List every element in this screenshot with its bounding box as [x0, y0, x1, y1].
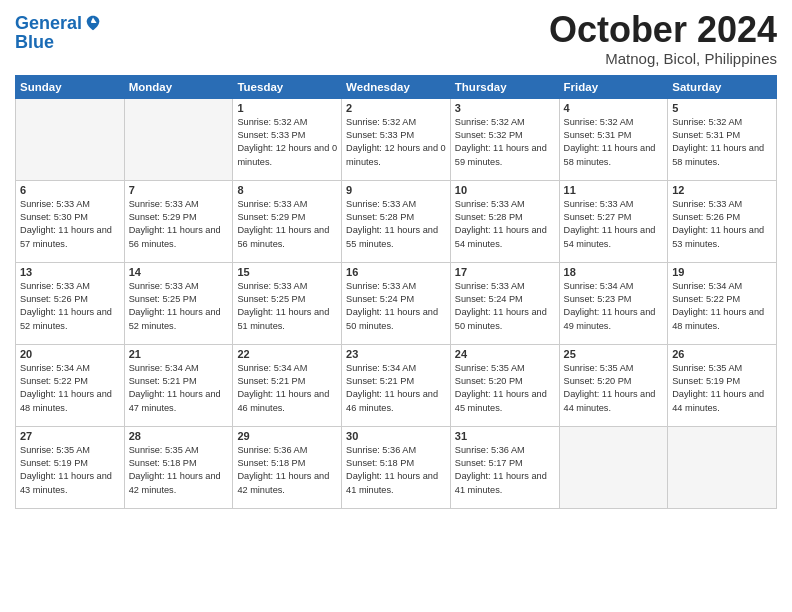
calendar-cell	[559, 426, 668, 508]
cell-info: Sunrise: 5:35 AM Sunset: 5:18 PM Dayligh…	[129, 444, 229, 497]
day-number: 5	[672, 102, 772, 114]
day-number: 4	[564, 102, 664, 114]
calendar-cell: 18Sunrise: 5:34 AM Sunset: 5:23 PM Dayli…	[559, 262, 668, 344]
calendar-week-row: 27Sunrise: 5:35 AM Sunset: 5:19 PM Dayli…	[16, 426, 777, 508]
location: Matnog, Bicol, Philippines	[549, 50, 777, 67]
day-number: 30	[346, 430, 446, 442]
day-number: 15	[237, 266, 337, 278]
weekday-header: Tuesday	[233, 75, 342, 98]
day-number: 8	[237, 184, 337, 196]
calendar-cell: 29Sunrise: 5:36 AM Sunset: 5:18 PM Dayli…	[233, 426, 342, 508]
month-title: October 2024	[549, 10, 777, 50]
calendar-cell: 24Sunrise: 5:35 AM Sunset: 5:20 PM Dayli…	[450, 344, 559, 426]
day-number: 19	[672, 266, 772, 278]
day-number: 20	[20, 348, 120, 360]
logo-text: General	[15, 14, 82, 34]
calendar-cell: 21Sunrise: 5:34 AM Sunset: 5:21 PM Dayli…	[124, 344, 233, 426]
calendar-cell	[124, 98, 233, 180]
day-number: 9	[346, 184, 446, 196]
calendar-cell: 7Sunrise: 5:33 AM Sunset: 5:29 PM Daylig…	[124, 180, 233, 262]
calendar-cell: 20Sunrise: 5:34 AM Sunset: 5:22 PM Dayli…	[16, 344, 125, 426]
calendar-cell: 10Sunrise: 5:33 AM Sunset: 5:28 PM Dayli…	[450, 180, 559, 262]
calendar-week-row: 6Sunrise: 5:33 AM Sunset: 5:30 PM Daylig…	[16, 180, 777, 262]
day-number: 31	[455, 430, 555, 442]
day-number: 28	[129, 430, 229, 442]
cell-info: Sunrise: 5:35 AM Sunset: 5:19 PM Dayligh…	[672, 362, 772, 415]
calendar-cell: 17Sunrise: 5:33 AM Sunset: 5:24 PM Dayli…	[450, 262, 559, 344]
cell-info: Sunrise: 5:32 AM Sunset: 5:33 PM Dayligh…	[346, 116, 446, 169]
calendar-cell: 16Sunrise: 5:33 AM Sunset: 5:24 PM Dayli…	[342, 262, 451, 344]
calendar-week-row: 13Sunrise: 5:33 AM Sunset: 5:26 PM Dayli…	[16, 262, 777, 344]
cell-info: Sunrise: 5:33 AM Sunset: 5:26 PM Dayligh…	[20, 280, 120, 333]
day-number: 27	[20, 430, 120, 442]
cell-info: Sunrise: 5:32 AM Sunset: 5:31 PM Dayligh…	[672, 116, 772, 169]
cell-info: Sunrise: 5:34 AM Sunset: 5:21 PM Dayligh…	[237, 362, 337, 415]
cell-info: Sunrise: 5:33 AM Sunset: 5:30 PM Dayligh…	[20, 198, 120, 251]
day-number: 25	[564, 348, 664, 360]
logo-icon	[84, 14, 102, 32]
day-number: 23	[346, 348, 446, 360]
weekday-header: Wednesday	[342, 75, 451, 98]
cell-info: Sunrise: 5:36 AM Sunset: 5:18 PM Dayligh…	[237, 444, 337, 497]
cell-info: Sunrise: 5:33 AM Sunset: 5:29 PM Dayligh…	[237, 198, 337, 251]
day-number: 22	[237, 348, 337, 360]
calendar-cell: 19Sunrise: 5:34 AM Sunset: 5:22 PM Dayli…	[668, 262, 777, 344]
cell-info: Sunrise: 5:34 AM Sunset: 5:23 PM Dayligh…	[564, 280, 664, 333]
calendar-cell: 28Sunrise: 5:35 AM Sunset: 5:18 PM Dayli…	[124, 426, 233, 508]
cell-info: Sunrise: 5:34 AM Sunset: 5:21 PM Dayligh…	[129, 362, 229, 415]
cell-info: Sunrise: 5:36 AM Sunset: 5:18 PM Dayligh…	[346, 444, 446, 497]
calendar-cell: 11Sunrise: 5:33 AM Sunset: 5:27 PM Dayli…	[559, 180, 668, 262]
cell-info: Sunrise: 5:33 AM Sunset: 5:29 PM Dayligh…	[129, 198, 229, 251]
calendar-cell: 6Sunrise: 5:33 AM Sunset: 5:30 PM Daylig…	[16, 180, 125, 262]
calendar-week-row: 20Sunrise: 5:34 AM Sunset: 5:22 PM Dayli…	[16, 344, 777, 426]
cell-info: Sunrise: 5:33 AM Sunset: 5:28 PM Dayligh…	[455, 198, 555, 251]
cell-info: Sunrise: 5:33 AM Sunset: 5:24 PM Dayligh…	[455, 280, 555, 333]
calendar-cell: 3Sunrise: 5:32 AM Sunset: 5:32 PM Daylig…	[450, 98, 559, 180]
calendar-cell	[16, 98, 125, 180]
cell-info: Sunrise: 5:34 AM Sunset: 5:22 PM Dayligh…	[20, 362, 120, 415]
cell-info: Sunrise: 5:35 AM Sunset: 5:20 PM Dayligh…	[455, 362, 555, 415]
weekday-header: Thursday	[450, 75, 559, 98]
cell-info: Sunrise: 5:35 AM Sunset: 5:19 PM Dayligh…	[20, 444, 120, 497]
calendar-header-row: SundayMondayTuesdayWednesdayThursdayFrid…	[16, 75, 777, 98]
page-header: General Blue October 2024 Matnog, Bicol,…	[15, 10, 777, 67]
cell-info: Sunrise: 5:35 AM Sunset: 5:20 PM Dayligh…	[564, 362, 664, 415]
day-number: 18	[564, 266, 664, 278]
day-number: 24	[455, 348, 555, 360]
calendar-cell: 31Sunrise: 5:36 AM Sunset: 5:17 PM Dayli…	[450, 426, 559, 508]
day-number: 21	[129, 348, 229, 360]
weekday-header: Monday	[124, 75, 233, 98]
weekday-header: Saturday	[668, 75, 777, 98]
calendar-cell: 8Sunrise: 5:33 AM Sunset: 5:29 PM Daylig…	[233, 180, 342, 262]
cell-info: Sunrise: 5:33 AM Sunset: 5:24 PM Dayligh…	[346, 280, 446, 333]
day-number: 1	[237, 102, 337, 114]
calendar-cell: 9Sunrise: 5:33 AM Sunset: 5:28 PM Daylig…	[342, 180, 451, 262]
calendar-cell: 23Sunrise: 5:34 AM Sunset: 5:21 PM Dayli…	[342, 344, 451, 426]
calendar: SundayMondayTuesdayWednesdayThursdayFrid…	[15, 75, 777, 509]
calendar-cell: 25Sunrise: 5:35 AM Sunset: 5:20 PM Dayli…	[559, 344, 668, 426]
calendar-cell: 15Sunrise: 5:33 AM Sunset: 5:25 PM Dayli…	[233, 262, 342, 344]
calendar-cell: 22Sunrise: 5:34 AM Sunset: 5:21 PM Dayli…	[233, 344, 342, 426]
cell-info: Sunrise: 5:33 AM Sunset: 5:25 PM Dayligh…	[129, 280, 229, 333]
day-number: 10	[455, 184, 555, 196]
calendar-cell: 27Sunrise: 5:35 AM Sunset: 5:19 PM Dayli…	[16, 426, 125, 508]
day-number: 11	[564, 184, 664, 196]
calendar-cell: 2Sunrise: 5:32 AM Sunset: 5:33 PM Daylig…	[342, 98, 451, 180]
cell-info: Sunrise: 5:32 AM Sunset: 5:32 PM Dayligh…	[455, 116, 555, 169]
cell-info: Sunrise: 5:32 AM Sunset: 5:33 PM Dayligh…	[237, 116, 337, 169]
day-number: 29	[237, 430, 337, 442]
calendar-cell: 13Sunrise: 5:33 AM Sunset: 5:26 PM Dayli…	[16, 262, 125, 344]
day-number: 16	[346, 266, 446, 278]
cell-info: Sunrise: 5:32 AM Sunset: 5:31 PM Dayligh…	[564, 116, 664, 169]
calendar-cell: 12Sunrise: 5:33 AM Sunset: 5:26 PM Dayli…	[668, 180, 777, 262]
cell-info: Sunrise: 5:33 AM Sunset: 5:25 PM Dayligh…	[237, 280, 337, 333]
day-number: 17	[455, 266, 555, 278]
cell-info: Sunrise: 5:34 AM Sunset: 5:21 PM Dayligh…	[346, 362, 446, 415]
day-number: 7	[129, 184, 229, 196]
day-number: 26	[672, 348, 772, 360]
cell-info: Sunrise: 5:34 AM Sunset: 5:22 PM Dayligh…	[672, 280, 772, 333]
calendar-cell: 14Sunrise: 5:33 AM Sunset: 5:25 PM Dayli…	[124, 262, 233, 344]
calendar-cell: 1Sunrise: 5:32 AM Sunset: 5:33 PM Daylig…	[233, 98, 342, 180]
cell-info: Sunrise: 5:36 AM Sunset: 5:17 PM Dayligh…	[455, 444, 555, 497]
weekday-header: Sunday	[16, 75, 125, 98]
